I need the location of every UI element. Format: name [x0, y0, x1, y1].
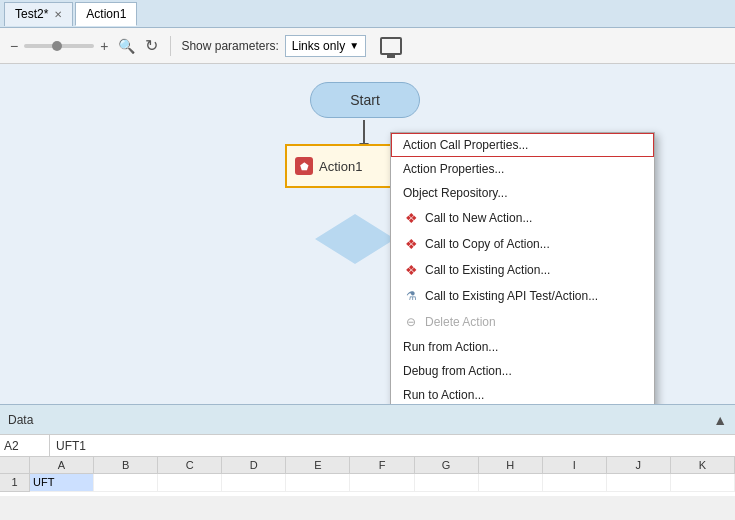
menu-item-call-existing-api-label: Call to Existing API Test/Action...: [425, 289, 598, 303]
params-dropdown[interactable]: Links only ▼: [285, 35, 366, 57]
toolbar-separator: [170, 36, 171, 56]
call-existing-action-icon: ❖: [403, 262, 419, 278]
chevron-down-icon: ▼: [349, 40, 359, 51]
tab-test2[interactable]: Test2* ✕: [4, 2, 73, 26]
row-header-1: 1: [0, 474, 30, 492]
start-node: Start: [310, 82, 420, 118]
menu-item-object-repo-label: Object Repository...: [403, 186, 507, 200]
call-copy-action-icon: ❖: [403, 236, 419, 252]
menu-item-call-copy-action-label: Call to Copy of Action...: [425, 237, 550, 251]
cell-a1[interactable]: UFT: [30, 474, 94, 492]
cell-value: UFT1: [50, 439, 92, 453]
menu-item-object-repo[interactable]: Object Repository...: [391, 181, 654, 205]
tab-action1-label: Action1: [86, 7, 126, 21]
start-label: Start: [350, 92, 380, 108]
menu-item-call-new-action-label: Call to New Action...: [425, 211, 532, 225]
data-panel-expand[interactable]: ▲: [713, 412, 727, 428]
col-header-e: E: [286, 457, 350, 474]
tab-action1[interactable]: Action1: [75, 2, 137, 26]
spreadsheet: A2 UFT1 A B C D E F G H I J K 1 UFT: [0, 434, 735, 496]
context-menu: Action Call Properties... Action Propert…: [390, 132, 655, 404]
zoom-in-button[interactable]: +: [98, 38, 110, 54]
params-selected-value: Links only: [292, 39, 345, 53]
menu-item-debug-from-label: Debug from Action...: [403, 364, 512, 378]
menu-item-call-copy-action[interactable]: ❖ Call to Copy of Action...: [391, 231, 654, 257]
col-header-d: D: [222, 457, 286, 474]
menu-item-run-to[interactable]: Run to Action...: [391, 383, 654, 404]
col-header-g: G: [415, 457, 479, 474]
data-panel-label: Data: [8, 413, 33, 427]
action-node-icon: [295, 157, 313, 175]
call-new-action-icon: ❖: [403, 210, 419, 226]
menu-item-run-from[interactable]: Run from Action...: [391, 335, 654, 359]
sheet-grid: A B C D E F G H I J K 1 UFT: [0, 457, 735, 492]
canvas-area: Start Action1 Action Call Properties... …: [0, 64, 735, 404]
cell-f1[interactable]: [350, 474, 414, 492]
zoom-out-button[interactable]: −: [8, 38, 20, 54]
cell-bar: A2 UFT1: [0, 435, 735, 457]
menu-item-action-props[interactable]: Action Properties...: [391, 157, 654, 181]
tab-bar: Test2* ✕ Action1: [0, 0, 735, 28]
cell-g1[interactable]: [415, 474, 479, 492]
cell-k1[interactable]: [671, 474, 735, 492]
tab-test2-label: Test2*: [15, 7, 48, 21]
menu-item-run-from-label: Run from Action...: [403, 340, 498, 354]
cell-ref[interactable]: A2: [0, 435, 50, 456]
col-header-b: B: [94, 457, 158, 474]
col-header-j: J: [607, 457, 671, 474]
col-header-c: C: [158, 457, 222, 474]
cell-d1[interactable]: [222, 474, 286, 492]
cell-j1[interactable]: [607, 474, 671, 492]
menu-item-delete-action-label: Delete Action: [425, 315, 496, 329]
arrow-start-to-action: [363, 120, 365, 144]
cell-c1[interactable]: [158, 474, 222, 492]
col-header-a: A: [30, 457, 94, 474]
menu-item-run-to-label: Run to Action...: [403, 388, 484, 402]
toolbar: − + 🔍 ↻ Show parameters: Links only ▼: [0, 28, 735, 64]
col-header-f: F: [350, 457, 414, 474]
col-header-empty: [0, 457, 30, 474]
menu-item-call-existing-action-label: Call to Existing Action...: [425, 263, 550, 277]
menu-item-call-existing-action[interactable]: ❖ Call to Existing Action...: [391, 257, 654, 283]
cell-h1[interactable]: [479, 474, 543, 492]
col-header-i: I: [543, 457, 607, 474]
show-params-label: Show parameters:: [181, 39, 278, 53]
zoom-slider-thumb: [52, 41, 62, 51]
menu-item-call-existing-api[interactable]: ⚗ Call to Existing API Test/Action...: [391, 283, 654, 309]
menu-item-debug-from[interactable]: Debug from Action...: [391, 359, 654, 383]
cell-i1[interactable]: [543, 474, 607, 492]
menu-item-action-call-props-label: Action Call Properties...: [403, 138, 528, 152]
cell-e1[interactable]: [286, 474, 350, 492]
refresh-icon[interactable]: ↻: [143, 36, 160, 55]
diamond-node: [315, 214, 395, 264]
zoom-controls: − +: [8, 38, 110, 54]
call-existing-api-icon: ⚗: [403, 288, 419, 304]
delete-action-icon: ⊖: [403, 314, 419, 330]
search-icon[interactable]: 🔍: [116, 38, 137, 54]
action1-label: Action1: [319, 159, 362, 174]
data-panel: Data ▲: [0, 404, 735, 434]
col-header-k: K: [671, 457, 735, 474]
col-header-h: H: [479, 457, 543, 474]
zoom-slider[interactable]: [24, 44, 94, 48]
menu-item-action-call-props[interactable]: Action Call Properties...: [391, 133, 654, 157]
tab-test2-close[interactable]: ✕: [54, 9, 62, 20]
menu-item-call-new-action[interactable]: ❖ Call to New Action...: [391, 205, 654, 231]
menu-item-action-props-label: Action Properties...: [403, 162, 504, 176]
menu-item-delete-action: ⊖ Delete Action: [391, 309, 654, 335]
monitor-icon[interactable]: [380, 37, 402, 55]
cell-b1[interactable]: [94, 474, 158, 492]
